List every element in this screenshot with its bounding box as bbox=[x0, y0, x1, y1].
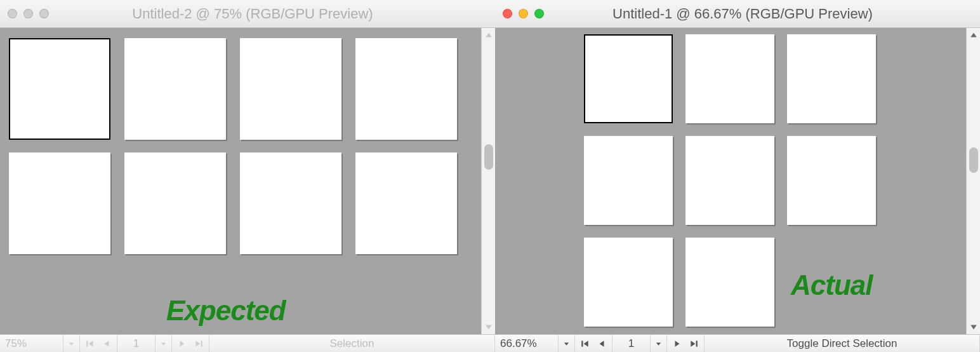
statusbar: 66.67% 1 Toggle Direct Selection bbox=[495, 334, 980, 352]
current-tool[interactable]: Toggle Direct Selection bbox=[705, 335, 980, 352]
vertical-scrollbar[interactable] bbox=[966, 28, 980, 334]
scroll-down-icon[interactable] bbox=[969, 323, 978, 332]
titlebar[interactable]: Untitled-2 @ 75% (RGB/GPU Preview) bbox=[0, 0, 495, 28]
page-nav bbox=[575, 335, 612, 352]
first-page-icon[interactable] bbox=[579, 335, 592, 352]
artboard[interactable] bbox=[787, 34, 876, 123]
artboard[interactable] bbox=[124, 152, 226, 254]
canvas[interactable]: Expected bbox=[0, 28, 481, 334]
window-title: Untitled-2 @ 75% (RGB/GPU Preview) bbox=[59, 6, 446, 22]
artboard[interactable] bbox=[685, 136, 774, 225]
artboard[interactable] bbox=[240, 38, 341, 140]
artboard[interactable] bbox=[584, 238, 673, 327]
minimize-icon[interactable] bbox=[519, 9, 528, 18]
zoom-dropdown[interactable] bbox=[63, 335, 80, 352]
document-area: Actual bbox=[495, 28, 980, 334]
artboard[interactable] bbox=[9, 152, 110, 254]
first-page-icon[interactable] bbox=[84, 335, 96, 352]
artboard[interactable] bbox=[584, 136, 673, 225]
page-nav-forward bbox=[667, 335, 705, 352]
last-page-icon[interactable] bbox=[192, 335, 205, 352]
last-page-icon[interactable] bbox=[687, 335, 700, 352]
close-icon[interactable] bbox=[503, 9, 512, 18]
svg-rect-3 bbox=[696, 341, 698, 346]
zoom-level[interactable]: 75% bbox=[0, 335, 63, 352]
vertical-scrollbar[interactable] bbox=[481, 28, 495, 334]
maximize-icon[interactable] bbox=[39, 9, 49, 18]
artboard[interactable] bbox=[355, 152, 457, 254]
statusbar: 75% 1 Selection bbox=[0, 334, 495, 352]
artboard[interactable] bbox=[240, 152, 341, 254]
artboard[interactable] bbox=[584, 34, 673, 123]
window-title: Untitled-1 @ 66.67% (RGB/GPU Preview) bbox=[554, 6, 931, 22]
artboard[interactable] bbox=[9, 38, 110, 140]
artboard[interactable] bbox=[685, 34, 774, 123]
current-tool[interactable]: Selection bbox=[209, 335, 495, 352]
page-nav bbox=[80, 335, 117, 352]
document-area: Expected bbox=[0, 28, 495, 334]
scroll-thumb[interactable] bbox=[484, 144, 493, 170]
overlay-label-expected: Expected bbox=[166, 295, 286, 327]
maximize-icon[interactable] bbox=[534, 9, 544, 18]
overlay-label-actual: Actual bbox=[791, 269, 872, 301]
svg-rect-0 bbox=[86, 341, 88, 346]
artboard[interactable] bbox=[355, 38, 457, 140]
page-number[interactable]: 1 bbox=[612, 335, 651, 352]
minimize-icon[interactable] bbox=[23, 9, 33, 18]
svg-rect-2 bbox=[581, 341, 583, 346]
zoom-level[interactable]: 66.67% bbox=[495, 335, 559, 352]
canvas[interactable]: Actual bbox=[495, 28, 966, 334]
next-page-icon[interactable] bbox=[671, 335, 684, 352]
zoom-dropdown[interactable] bbox=[559, 335, 575, 352]
artboard[interactable] bbox=[787, 136, 876, 225]
page-number[interactable]: 1 bbox=[117, 335, 156, 352]
artboard[interactable] bbox=[124, 38, 226, 140]
window-expected: Untitled-2 @ 75% (RGB/GPU Preview) Expec… bbox=[0, 0, 495, 352]
scroll-down-icon[interactable] bbox=[484, 323, 493, 332]
traffic-lights bbox=[8, 9, 49, 18]
titlebar[interactable]: Untitled-1 @ 66.67% (RGB/GPU Preview) bbox=[495, 0, 980, 28]
scroll-thumb[interactable] bbox=[969, 147, 978, 173]
traffic-lights bbox=[503, 9, 544, 18]
window-actual: Untitled-1 @ 66.67% (RGB/GPU Preview) Ac… bbox=[495, 0, 980, 352]
artboard[interactable] bbox=[685, 238, 774, 327]
page-nav-forward bbox=[172, 335, 209, 352]
page-dropdown[interactable] bbox=[156, 335, 172, 352]
close-icon[interactable] bbox=[8, 9, 17, 18]
svg-rect-1 bbox=[201, 341, 202, 346]
page-dropdown[interactable] bbox=[651, 335, 667, 352]
scroll-up-icon[interactable] bbox=[969, 30, 978, 39]
scroll-up-icon[interactable] bbox=[484, 30, 493, 39]
next-page-icon[interactable] bbox=[176, 335, 189, 352]
prev-page-icon[interactable] bbox=[100, 335, 113, 352]
prev-page-icon[interactable] bbox=[595, 335, 608, 352]
